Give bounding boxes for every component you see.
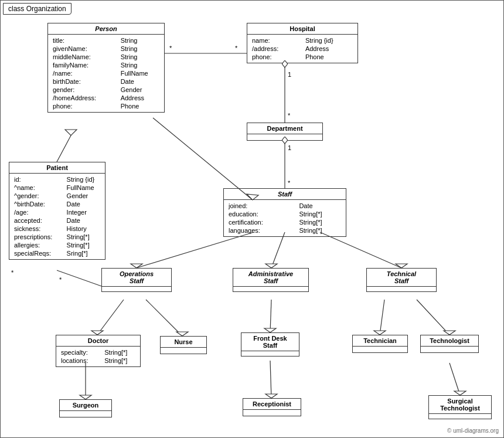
svg-line-17	[137, 232, 254, 268]
class-person-body: title:String givenName:String middleName…	[48, 35, 164, 112]
class-front-desk-staff-body	[241, 351, 299, 356]
class-doctor-body: specialty:String[*] locations:String[*]	[56, 347, 140, 366]
svg-line-23	[97, 300, 124, 335]
svg-line-29	[380, 300, 384, 335]
class-hospital-header: Hospital	[247, 23, 357, 35]
class-patient-header: Patient	[9, 162, 105, 174]
class-front-desk-staff: Front DeskStaff	[241, 332, 299, 356]
class-hospital-body: name:String {id} /address:Address phone:…	[247, 35, 357, 63]
svg-marker-26	[176, 332, 188, 336]
class-department-header: Department	[247, 123, 322, 134]
class-technical-staff-body	[367, 287, 436, 291]
class-technician-body	[353, 347, 407, 352]
class-surgeon: Surgeon	[59, 399, 112, 417]
class-technologist-header: Technologist	[421, 335, 478, 347]
svg-text:*: *	[169, 45, 172, 52]
svg-marker-20	[265, 264, 277, 268]
class-operations-staff: OperationsStaff	[101, 268, 172, 292]
class-technical-staff-header: TechnicalStaff	[367, 269, 436, 287]
svg-marker-32	[444, 331, 455, 335]
class-receptionist-body	[243, 410, 301, 416]
svg-line-27	[270, 300, 271, 332]
class-technologist: Technologist	[420, 335, 479, 353]
svg-marker-38	[454, 391, 466, 395]
class-surgeon-body	[60, 411, 111, 417]
class-surgeon-header: Surgeon	[60, 400, 111, 411]
class-department: Department	[247, 123, 323, 141]
svg-marker-30	[374, 331, 386, 335]
diagram-title: class Organization	[3, 3, 71, 15]
svg-line-25	[146, 300, 182, 336]
svg-line-21	[320, 232, 401, 268]
class-patient-body: id:String {id} ^name:FullName ^gender:Ge…	[9, 174, 105, 259]
svg-marker-24	[91, 331, 103, 335]
svg-marker-28	[264, 328, 276, 332]
class-administrative-staff-header: AdministrativeStaff	[233, 269, 308, 287]
class-technical-staff: TechnicalStaff	[366, 268, 437, 292]
svg-marker-34	[80, 395, 91, 399]
class-front-desk-staff-header: Front DeskStaff	[241, 333, 299, 351]
svg-line-14	[153, 118, 253, 200]
svg-text:*: *	[11, 269, 14, 276]
class-surgical-technologist-header: SurgicalTechnologist	[429, 396, 491, 414]
class-department-body	[247, 134, 322, 140]
class-receptionist-header: Receptionist	[243, 399, 301, 410]
svg-line-37	[449, 363, 460, 395]
class-surgical-technologist-body	[429, 414, 491, 419]
class-operations-staff-body	[102, 287, 171, 291]
class-technician-header: Technician	[353, 335, 407, 347]
class-receptionist: Receptionist	[243, 398, 301, 416]
svg-line-31	[417, 300, 449, 335]
class-person: Person title:String givenName:String mid…	[47, 23, 165, 113]
diagram-container: class Organization Person title:String g…	[0, 0, 504, 438]
class-administrative-staff: AdministrativeStaff	[233, 268, 309, 292]
svg-line-39	[57, 270, 101, 286]
class-staff-body: joined:Date education:String[*] certific…	[224, 200, 346, 236]
class-staff: Staff joined:Date education:String[*] ce…	[223, 188, 346, 237]
class-doctor-header: Doctor	[56, 335, 140, 347]
class-nurse-header: Nurse	[161, 337, 206, 348]
copyright-label: © uml-diagrams.org	[447, 427, 499, 434]
svg-marker-22	[396, 264, 407, 268]
svg-marker-18	[131, 264, 142, 268]
svg-text:1: 1	[288, 71, 291, 78]
svg-marker-36	[265, 394, 277, 398]
class-nurse: Nurse	[160, 336, 207, 354]
svg-line-35	[270, 361, 271, 398]
class-person-header: Person	[48, 23, 164, 35]
class-staff-header: Staff	[224, 189, 346, 200]
class-patient: Patient id:String {id} ^name:FullName ^g…	[9, 162, 105, 260]
svg-text:*: *	[288, 112, 291, 119]
class-technologist-body	[421, 347, 478, 352]
class-hospital: Hospital name:String {id} /address:Addre…	[247, 23, 358, 63]
svg-text:1: 1	[288, 144, 291, 151]
class-technician: Technician	[352, 335, 408, 353]
svg-text:*: *	[288, 179, 291, 186]
svg-marker-13	[65, 130, 77, 135]
svg-line-12	[57, 135, 71, 162]
class-nurse-body	[161, 348, 206, 354]
svg-text:*: *	[235, 45, 238, 52]
class-surgical-technologist: SurgicalTechnologist	[428, 395, 492, 419]
class-operations-staff-header: OperationsStaff	[102, 269, 171, 287]
svg-line-19	[271, 232, 285, 268]
svg-text:*: *	[59, 276, 62, 283]
class-administrative-staff-body	[233, 287, 308, 291]
class-doctor: Doctor specialty:String[*] locations:Str…	[56, 335, 141, 367]
